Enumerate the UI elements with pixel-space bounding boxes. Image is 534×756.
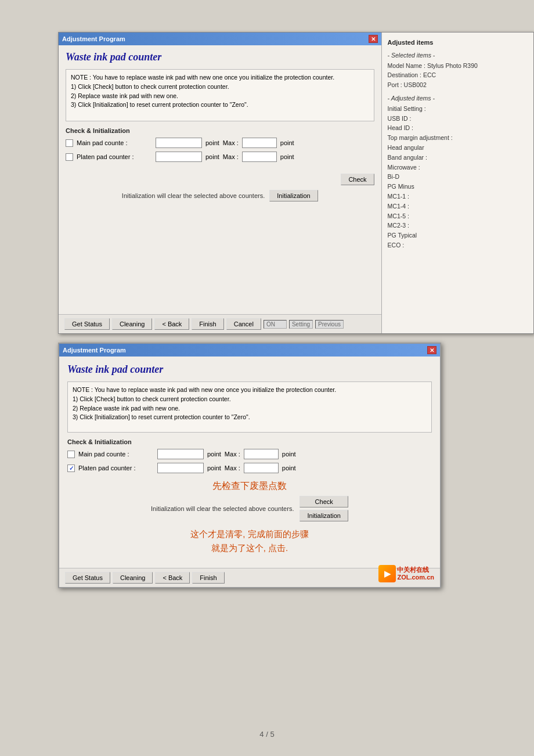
- top-main-pad-point: point: [205, 139, 219, 146]
- right-head-id: Head ID :: [388, 123, 528, 133]
- bottom-platen-pad-row: Platen pad counter : point Max : point: [67, 463, 432, 473]
- bottom-main-pad-checkbox[interactable]: [67, 451, 75, 458]
- bottom-main-pad-point: point: [207, 451, 221, 458]
- bottom-close-button[interactable]: ✕: [427, 346, 436, 354]
- right-adjusted-title: - Adjusted items -: [388, 93, 528, 104]
- right-top-margin: Top margin adjustment :: [388, 133, 528, 143]
- top-cancel-button[interactable]: Cancel: [226, 318, 261, 330]
- top-platen-pad-row: Platen pad counter : point Max : point: [66, 152, 374, 162]
- top-platen-pad-input[interactable]: [156, 152, 202, 162]
- top-status-previous: Previous: [315, 320, 344, 329]
- top-window: Adjustment Program ✕ Waste ink pad count…: [58, 32, 534, 334]
- right-band-angular: Band angular :: [388, 153, 528, 163]
- right-mc1-4: MC1-4 :: [388, 201, 528, 211]
- right-eco: ECO :: [388, 240, 528, 250]
- watermark-icon: ▶: [378, 565, 396, 582]
- right-initial-setting: Initial Setting :: [388, 104, 528, 114]
- bottom-init-text: Initialization will clear the selected a…: [151, 505, 294, 512]
- top-platen-pad-checkbox[interactable]: [66, 153, 73, 161]
- top-platen-pad-max: Max :: [223, 153, 239, 160]
- watermark-line1: 中关村在线: [397, 566, 434, 574]
- top-main-pad-checkbox[interactable]: [66, 139, 73, 147]
- right-bi-d: Bi-D: [388, 172, 528, 182]
- right-port: Port : USB002: [388, 80, 528, 90]
- bottom-platen-pad-checkbox[interactable]: [67, 465, 75, 472]
- bottom-main-pad-label: Main pad counte :: [78, 451, 154, 458]
- bottom-platen-pad-max-input[interactable]: [244, 463, 279, 473]
- bottom-section-label: Check & Initialization: [67, 438, 432, 445]
- bottom-bottom-bar: Get Status Cleaning < Back Finish ▶ 中关村在…: [59, 568, 440, 587]
- top-status-area: ON Setting Previous: [264, 320, 376, 329]
- bottom-note-text: NOTE : You have to replace waste ink pad…: [73, 386, 336, 420]
- bottom-window-title: Adjustment Program: [63, 347, 126, 354]
- top-platen-pad-label: Platen pad counter :: [77, 153, 152, 160]
- bottom-content: Waste ink pad counter NOTE : You have to…: [59, 357, 440, 568]
- bottom-get-status-button[interactable]: Get Status: [65, 572, 110, 584]
- top-main-pad-max-input[interactable]: [242, 138, 277, 148]
- bottom-init-button[interactable]: Initialization: [300, 510, 348, 521]
- top-window-title: Adjustment Program: [62, 35, 125, 42]
- right-microwave: Microwave :: [388, 163, 528, 172]
- right-selected-title: - Selected items -: [388, 51, 528, 61]
- bottom-platen-pad-label: Platen pad counter :: [78, 465, 154, 471]
- top-cleaning-button[interactable]: Cleaning: [112, 318, 152, 330]
- top-back-button[interactable]: < Back: [154, 318, 189, 330]
- top-titlebar: Adjustment Program ✕: [59, 33, 381, 45]
- bottom-waste-title: Waste ink pad counter: [67, 363, 432, 376]
- top-content: Waste ink pad counter NOTE : You have to…: [59, 45, 381, 314]
- right-head-angular: Head angular: [388, 143, 528, 153]
- top-section-label: Check & Initialization: [66, 127, 374, 134]
- right-pg-minus: PG Minus: [388, 182, 528, 192]
- top-main-panel: Adjustment Program ✕ Waste ink pad count…: [59, 33, 382, 333]
- top-main-pad-point2: point: [280, 139, 294, 146]
- top-button-area: Check: [66, 174, 374, 185]
- top-note-text: NOTE : You have to replace waste ink pad…: [71, 74, 334, 108]
- watermark-line2: ZOL.com.cn: [397, 574, 434, 581]
- bottom-finish-button[interactable]: Finish: [192, 572, 224, 584]
- top-init-button[interactable]: Initialization: [269, 190, 317, 201]
- right-model-name: Model Name : Stylus Photo R390: [388, 61, 528, 71]
- bottom-platen-pad-max: Max :: [225, 465, 240, 471]
- top-platen-pad-point2: point: [280, 153, 294, 160]
- bottom-titlebar: Adjustment Program ✕: [59, 344, 440, 357]
- top-right-panel: Adjusted items - Selected items - Model …: [382, 33, 533, 333]
- top-status-setting: Setting: [289, 320, 313, 329]
- top-finish-button[interactable]: Finish: [192, 318, 223, 330]
- right-pg-typical: PG Typical: [388, 231, 528, 240]
- bottom-platen-pad-point2: point: [282, 465, 296, 471]
- top-platen-pad-max-input[interactable]: [242, 152, 277, 162]
- bottom-main-pad-max: Max :: [225, 451, 240, 458]
- page-number: 4 / 5: [259, 730, 274, 739]
- bottom-chinese-check-text: 先检查下废墨点数: [67, 480, 432, 492]
- top-get-status-button[interactable]: Get Status: [64, 318, 110, 330]
- bottom-main-pad-input[interactable]: [157, 449, 204, 459]
- top-main-pad-row: Main pad counte : point Max : point: [66, 138, 374, 148]
- top-init-text: Initialization will clear the selected a…: [122, 192, 265, 199]
- watermark-logo: ▶ 中关村在线 ZOL.com.cn: [378, 565, 434, 582]
- watermark-text-block: 中关村在线 ZOL.com.cn: [397, 566, 434, 581]
- bottom-chinese-init-text: 这个才是清零, 完成前面的步骤 就是为了这个, 点击.: [67, 527, 432, 555]
- bottom-window: Adjustment Program ✕ Waste ink pad count…: [58, 343, 441, 588]
- top-main-pad-input[interactable]: [156, 138, 202, 148]
- bottom-platen-pad-input[interactable]: [157, 463, 204, 473]
- bottom-cleaning-button[interactable]: Cleaning: [113, 572, 153, 584]
- top-check-button[interactable]: Check: [341, 174, 374, 185]
- top-main-pad-max: Max :: [223, 139, 239, 146]
- bottom-main-pad-row: Main pad counte : point Max : point: [67, 449, 432, 459]
- bottom-back-button[interactable]: < Back: [155, 572, 190, 584]
- bottom-buttons-stack: Check Initialization: [300, 496, 348, 521]
- top-status-on: ON: [264, 320, 287, 329]
- bottom-main-pad-max-input[interactable]: [244, 449, 279, 459]
- top-close-button[interactable]: ✕: [369, 35, 378, 43]
- right-usb-id: USB ID :: [388, 114, 528, 124]
- bottom-platen-pad-point: point: [207, 465, 221, 471]
- bottom-note-box: NOTE : You have to replace waste ink pad…: [67, 381, 432, 433]
- bottom-check-button[interactable]: Check: [300, 496, 348, 507]
- right-mc2-3: MC2-3 :: [388, 221, 528, 231]
- right-mc1-1: MC1-1 :: [388, 192, 528, 201]
- bottom-counter-section: Check & Initialization Main pad counte :…: [67, 438, 432, 473]
- top-waste-title: Waste ink pad counter: [66, 51, 374, 63]
- top-note-box: NOTE : You have to replace waste ink pad…: [66, 69, 374, 121]
- top-init-row: Initialization will clear the selected a…: [66, 190, 374, 201]
- bottom-check-init-row: Initialization will clear the selected a…: [67, 496, 432, 521]
